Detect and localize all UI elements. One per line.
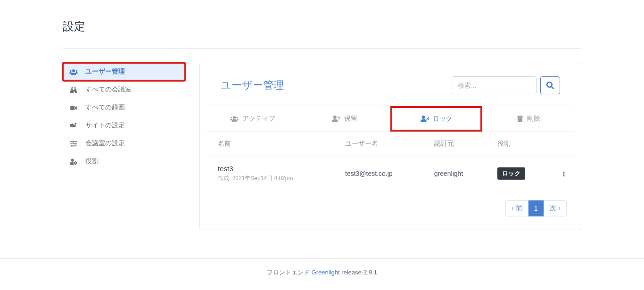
user-times-icon [421,116,429,122]
cell-created: 作成: 2021年Sep14日 4:02pm [218,174,328,182]
sidebar: ユーザー管理 すべての会議室 すべての録画 サイトの設定 [63,63,185,230]
sidebar-item-roles[interactable]: 役割 [63,152,185,170]
th-provider: 認証元 [423,132,487,156]
page-prev[interactable]: ‹ 前 [505,200,528,216]
sidebar-item-label: 会議室の設定 [85,139,125,148]
tabs: アクティブ 保留 ロック 削除 [206,106,574,132]
sidebar-item-label: すべての録画 [85,103,125,112]
tab-label: 削除 [527,115,540,123]
sidebar-item-room-settings[interactable]: 会議室の設定 [63,134,185,152]
sidebar-item-label: サイトの設定 [85,121,125,130]
page-current[interactable]: 1 [528,200,544,216]
th-username: ユーザー名 [334,132,423,156]
search-icon [546,82,554,89]
tab-label: アクティブ [242,115,275,123]
search-button[interactable] [540,76,560,94]
trash-icon [517,116,523,122]
user-cog-icon [69,157,78,165]
footer-link[interactable]: Greenlight [312,269,340,276]
main-title: ユーザー管理 [221,78,284,92]
tab-locked[interactable]: ロック [390,106,482,132]
video-icon [69,104,78,111]
tab-label: 保留 [344,115,357,123]
th-name: 名前 [206,132,334,156]
tab-label: ロック [433,115,453,123]
sidebar-item-user-management[interactable]: ユーザー管理 [63,63,185,81]
tab-deleted[interactable]: 削除 [482,106,574,132]
tab-active[interactable]: アクティブ [206,106,298,132]
sidebar-item-all-recordings[interactable]: すべての録画 [63,99,185,116]
sidebar-item-label: 役割 [85,157,99,166]
sidebar-item-site-settings[interactable]: サイトの設定 [63,116,185,134]
sidebar-item-label: ユーザー管理 [85,67,125,76]
main-panel: ユーザー管理 アクティブ 保留 [199,63,581,230]
page-next[interactable]: 次 › [544,200,567,216]
footer: フロントエンド Greenlight release-2.9.1 [0,258,644,286]
row-menu-button[interactable] [548,156,574,191]
sidebar-item-all-rooms[interactable]: すべての会議室 [63,81,185,99]
page-title: 設定 [63,19,581,34]
cell-name: test3 [218,165,328,173]
role-badge: ロック [497,167,525,180]
binoculars-icon [69,86,78,93]
user-plus-icon [332,116,340,122]
cell-username: test3@test.co.jp [334,156,423,191]
th-role: 役割 [486,132,548,156]
users-icon [230,116,239,122]
tab-pending[interactable]: 保留 [298,106,390,132]
ellipsis-icon [563,170,565,178]
search-input[interactable] [452,76,537,94]
cogs-icon [69,122,78,129]
users-icon [69,68,78,75]
sliders-icon [69,140,78,147]
users-table: 名前 ユーザー名 認証元 役割 test3 作成: 2021年Sep14日 4:… [206,132,574,191]
table-row: test3 作成: 2021年Sep14日 4:02pm test3@test.… [206,156,574,191]
sidebar-item-label: すべての会議室 [85,85,132,94]
divider [63,48,581,49]
cell-provider: greenlight [423,156,487,191]
pagination: ‹ 前 1 次 › [200,191,581,216]
